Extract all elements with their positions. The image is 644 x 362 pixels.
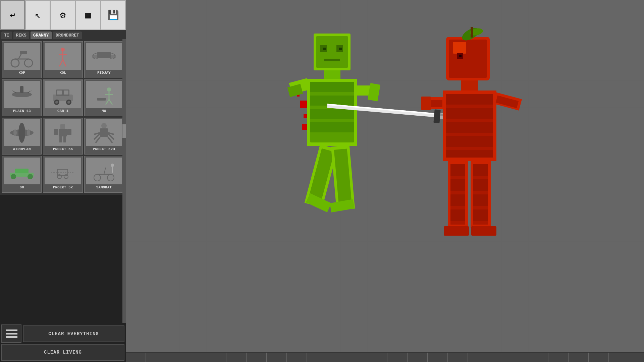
svg-rect-119 (446, 136, 493, 147)
items-grid: KOP KOL (0, 39, 126, 195)
svg-rect-38 (54, 129, 58, 135)
svg-rect-135 (473, 179, 488, 191)
svg-rect-25 (64, 90, 68, 95)
tm-0 (126, 353, 146, 362)
svg-point-35 (27, 129, 30, 136)
label-kol: KOL (60, 71, 66, 75)
label-plain43: PLAIN 43 (13, 109, 31, 113)
grid-item-proekt523[interactable]: PROEKT 523 (84, 118, 124, 155)
svg-rect-112 (471, 27, 473, 38)
svg-rect-85 (310, 82, 354, 92)
tm-22 (569, 353, 589, 362)
tm-7 (267, 353, 287, 362)
thumb-mo (86, 81, 122, 108)
svg-rect-53 (15, 169, 29, 173)
tm-1 (146, 353, 166, 362)
svg-line-30 (109, 100, 112, 105)
svg-rect-139 (471, 226, 496, 236)
thumb-car1 (45, 81, 81, 108)
tm-23 (589, 353, 609, 362)
green-character (287, 34, 381, 295)
svg-rect-113 (461, 80, 478, 90)
svg-rect-79 (323, 48, 326, 50)
svg-rect-131 (450, 209, 465, 221)
svg-rect-136 (473, 194, 488, 206)
svg-point-1 (24, 59, 33, 67)
game-area[interactable] (126, 0, 644, 362)
scrollbar[interactable] (122, 39, 126, 323)
svg-rect-116 (446, 94, 493, 105)
panels-button[interactable]: ▦ (75, 0, 101, 30)
timeline[interactable] (126, 352, 644, 362)
tm-5 (226, 353, 247, 362)
svg-point-51 (11, 174, 16, 179)
grid-item-pidjay[interactable]: PIDJAY (84, 41, 124, 78)
label-proekt523: PROEKT 523 (93, 147, 115, 151)
tab-dronduret[interactable]: DRONDURET (53, 32, 82, 39)
grid-item-kop[interactable]: KOP (2, 41, 42, 78)
svg-rect-82 (324, 70, 340, 79)
grid-item-plain43[interactable]: PLAIN 43 (2, 79, 42, 116)
svg-point-62 (111, 164, 114, 167)
menu-line-1 (6, 329, 17, 331)
tm-9 (307, 353, 327, 362)
svg-point-0 (11, 59, 19, 67)
label-pidjay: PIDJAY (97, 71, 111, 75)
settings-button[interactable]: ⚙ (50, 0, 75, 30)
grid-item-proekt56[interactable]: PROEKT 56 (43, 118, 83, 155)
svg-line-61 (104, 168, 106, 174)
svg-rect-90 (287, 84, 303, 97)
items-grid-wrapper: KOP KOL (0, 39, 126, 323)
label-samokat: SAMOKAT (96, 185, 112, 189)
svg-rect-37 (59, 129, 67, 136)
svg-rect-120 (446, 150, 493, 158)
thumb-airoplan (4, 119, 40, 146)
svg-line-29 (106, 100, 109, 105)
save-button[interactable]: 💾 (101, 0, 126, 30)
timeline-marks (126, 353, 609, 362)
svg-rect-138 (444, 226, 469, 236)
cursor-button[interactable]: ↖ (25, 0, 50, 30)
tm-19 (508, 353, 528, 362)
svg-rect-128 (450, 164, 465, 176)
label-proekt56: PROEKT 56 (53, 147, 73, 151)
grid-item-kol[interactable]: KOL (43, 41, 83, 78)
grid-item-samokat[interactable]: SAMOKAT (84, 156, 124, 193)
svg-rect-39 (67, 129, 71, 135)
clear-everything-button[interactable]: CLEAR EVERYTHING (23, 325, 124, 342)
svg-rect-24 (57, 90, 62, 95)
svg-rect-13 (97, 52, 111, 58)
svg-line-8 (59, 60, 63, 66)
back-button[interactable]: ↩ (0, 0, 25, 30)
tab-granny[interactable]: GRANNY (31, 32, 52, 39)
tab-reks[interactable]: REKS (13, 32, 29, 39)
grid-item-airoplan[interactable]: AIROPLAN (2, 118, 42, 155)
tm-3 (186, 353, 206, 362)
thumb-kop (4, 43, 40, 70)
clear-living-button[interactable]: CLEAR LIVING (1, 344, 124, 361)
svg-rect-88 (310, 122, 354, 132)
grid-item-car1[interactable]: CAR 1 (43, 79, 83, 116)
svg-rect-36 (60, 124, 65, 129)
svg-rect-123 (421, 97, 431, 110)
svg-rect-117 (446, 108, 493, 119)
svg-point-21 (55, 101, 58, 104)
svg-rect-80 (339, 48, 342, 50)
label-90: 90 (20, 185, 24, 189)
grid-item-mo[interactable]: MO (84, 79, 124, 116)
tm-18 (488, 353, 508, 362)
svg-rect-40 (59, 136, 62, 142)
grid-item-proekt5x[interactable]: PROEKT 5x (43, 156, 83, 193)
svg-rect-4 (20, 51, 27, 54)
label-kop: KOP (18, 71, 25, 75)
menu-icon-button[interactable] (1, 324, 21, 343)
tm-15 (428, 353, 448, 362)
svg-point-23 (67, 101, 70, 104)
svg-point-26 (107, 87, 111, 92)
tab-ti[interactable]: TI (1, 32, 12, 39)
svg-line-9 (63, 60, 66, 66)
scroll-thumb[interactable] (122, 124, 126, 138)
svg-rect-137 (473, 209, 488, 221)
svg-rect-41 (63, 136, 66, 142)
grid-item-90[interactable]: 90 (2, 156, 42, 193)
